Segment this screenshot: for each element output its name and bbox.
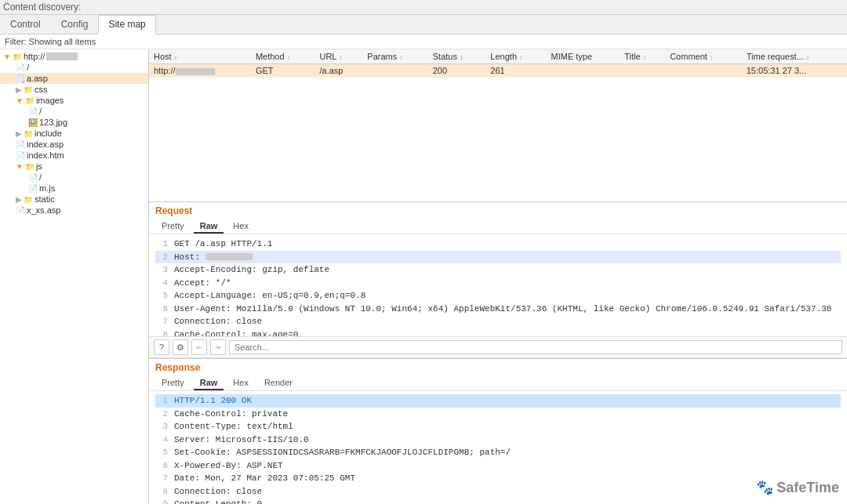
cell-url: /a.asp	[314, 64, 362, 78]
file-icon-index-asp: 📄	[16, 140, 25, 149]
tree-item-include[interactable]: ▶ 📁 include	[0, 128, 148, 139]
settings-button[interactable]: ⚙	[173, 339, 188, 355]
folder-icon-static: 📁	[24, 195, 33, 204]
tree-item-css[interactable]: ▶ 📁 css	[0, 84, 148, 95]
tree-label-index-htm: index.htm	[27, 150, 64, 160]
col-url[interactable]: URL ↕	[314, 49, 362, 64]
filter-text: Filter: Showing all items	[5, 37, 96, 46]
request-header: Request	[149, 202, 847, 219]
tree-item-js-slash[interactable]: 📄 /	[0, 172, 148, 183]
file-icon-index-htm: 📄	[16, 151, 25, 160]
response-tab-hex[interactable]: Hex	[227, 376, 255, 390]
tab-control[interactable]: Control	[0, 15, 51, 34]
response-tabs: Pretty Raw Hex Render	[149, 376, 847, 391]
res-line-8: 8 Connection: close	[155, 485, 841, 499]
col-time[interactable]: Time request... ↕	[742, 49, 847, 64]
folder-icon-js: 📁	[25, 162, 35, 171]
request-tab-hex[interactable]: Hex	[227, 219, 255, 234]
file-icon: 📄	[16, 63, 25, 72]
file-icon-img-slash: 📄	[28, 107, 38, 116]
tree-item-a-asp[interactable]: 🗒️ a.asp	[0, 73, 148, 84]
request-toolbar: ? ⚙ ← →	[149, 336, 847, 358]
tree-item-static[interactable]: ▶ 📁 static	[0, 194, 148, 205]
sort-arrow-params: ↕	[399, 53, 403, 61]
response-code-area: 1 HTTP/1.1 200 OK 2 Cache-Control: priva…	[149, 391, 847, 504]
search-input[interactable]	[229, 340, 842, 354]
table-header-row: Host ↕ Method ↕ URL ↕ Params ↕ Status ↕ …	[149, 49, 847, 64]
chevron-down-icon-images: ▼	[16, 96, 24, 105]
req-line-4: 4 Accept: */*	[155, 277, 841, 290]
branding-text: SafeTime	[776, 480, 839, 496]
tree-item-images-slash[interactable]: 📄 /	[0, 106, 148, 117]
sort-arrow-title: ↕	[643, 53, 647, 61]
tree-item-images[interactable]: ▼ 📁 images	[0, 95, 148, 106]
tree-label-static: static	[35, 194, 55, 204]
request-tab-pretty[interactable]: Pretty	[155, 219, 191, 234]
cell-title	[620, 64, 665, 78]
tree-label-mjs: m.js	[39, 183, 55, 193]
response-tab-render[interactable]: Render	[258, 376, 299, 390]
res-line-1: 1 HTTP/1.1 200 OK	[155, 394, 841, 408]
tree-item-index-asp[interactable]: 📄 index.asp	[0, 139, 148, 150]
tree-label-x-xs-asp: x_xs.asp	[27, 205, 60, 215]
right-panel: Host ↕ Method ↕ URL ↕ Params ↕ Status ↕ …	[149, 49, 847, 504]
response-tab-pretty[interactable]: Pretty	[155, 376, 191, 390]
res-line-6: 6 X-Powered-By: ASP.NET	[155, 459, 841, 473]
tree-label-images-slash: /	[39, 107, 42, 116]
help-button[interactable]: ?	[154, 339, 169, 355]
tree-item-index-htm[interactable]: 📄 index.htm	[0, 150, 148, 161]
req-line-1: 1 GET /a.asp HTTP/1.1	[155, 237, 841, 251]
cell-time: 15:05:31 27 3...	[742, 64, 847, 78]
col-length[interactable]: Length ↕	[485, 49, 546, 64]
js-file-icon: 📄	[28, 184, 38, 193]
back-button[interactable]: ←	[191, 339, 207, 355]
response-section: Response Pretty Raw Hex Render 1 HTTP/1.…	[149, 359, 847, 504]
col-title[interactable]: Title ↕	[620, 49, 665, 64]
sort-arrow-length: ↕	[519, 53, 523, 61]
tab-sitemap[interactable]: Site map	[98, 15, 155, 34]
col-method[interactable]: Method ↕	[251, 49, 315, 64]
sort-arrow-url: ↕	[339, 53, 343, 61]
tree-label-index-asp: index.asp	[27, 140, 64, 149]
file-icon-x-xs-asp: 📄	[16, 206, 25, 215]
forward-button[interactable]: →	[210, 339, 226, 355]
tree-panel: ▼ 📁 http:// 📄 / 🗒️ a.asp ▶ 📁 css ▼ 📁 ima…	[0, 49, 149, 504]
tree-label-js: js	[36, 161, 42, 171]
table-row[interactable]: http:// GET /a.asp 200 261 15:05:31 27 3…	[149, 64, 847, 78]
tree-item-http-root[interactable]: ▼ 📁 http://	[0, 51, 148, 62]
sort-arrow-time: ↕	[806, 53, 810, 61]
col-host[interactable]: Host ↕	[149, 49, 251, 64]
cell-params	[362, 64, 427, 78]
chevron-right-icon: ▶	[16, 85, 22, 94]
col-comment[interactable]: Comment ↕	[665, 49, 742, 64]
sort-arrow-comment: ↕	[710, 53, 714, 61]
col-params[interactable]: Params ↕	[362, 49, 427, 64]
chevron-right-icon-include: ▶	[16, 129, 22, 138]
tree-item-x-xs-asp[interactable]: 📄 x_xs.asp	[0, 205, 148, 216]
cell-comment	[665, 64, 742, 78]
branding: 🐾 SafeTime	[756, 479, 839, 496]
chevron-down-icon-js: ▼	[16, 162, 24, 171]
req-line-8: 8 Cache-Control: max-age=0	[155, 328, 841, 337]
sort-arrow-status: ↕	[460, 53, 463, 61]
col-status[interactable]: Status ↕	[428, 49, 486, 64]
req-line-7: 7 Connection: close	[155, 315, 841, 328]
top-bar-title: Content discovery:	[3, 2, 81, 13]
tab-config[interactable]: Config	[51, 15, 99, 34]
request-tab-raw[interactable]: Raw	[194, 219, 224, 234]
tree-item-123-jpg[interactable]: 🖼️ 123.jpg	[0, 117, 148, 128]
cell-method: GET	[251, 64, 315, 78]
tree-label-a-asp: a.asp	[27, 74, 48, 83]
tree-item-m-js[interactable]: 📄 m.js	[0, 183, 148, 194]
main-container: ▼ 📁 http:// 📄 / 🗒️ a.asp ▶ 📁 css ▼ 📁 ima…	[0, 49, 847, 504]
tree-item-js[interactable]: ▼ 📁 js	[0, 161, 148, 172]
response-tab-raw[interactable]: Raw	[194, 376, 224, 390]
col-mime-type[interactable]: MIME type	[547, 49, 620, 64]
image-icon: 🖼️	[28, 118, 38, 127]
file-icon-js-slash: 📄	[28, 173, 38, 182]
branding-icon: 🐾	[756, 479, 773, 496]
res-line-3: 3 Content-Type: text/html	[155, 420, 841, 433]
cell-length: 261	[485, 64, 546, 78]
tree-item-root-slash[interactable]: 📄 /	[0, 62, 148, 73]
request-tabs: Pretty Raw Hex	[149, 219, 847, 234]
